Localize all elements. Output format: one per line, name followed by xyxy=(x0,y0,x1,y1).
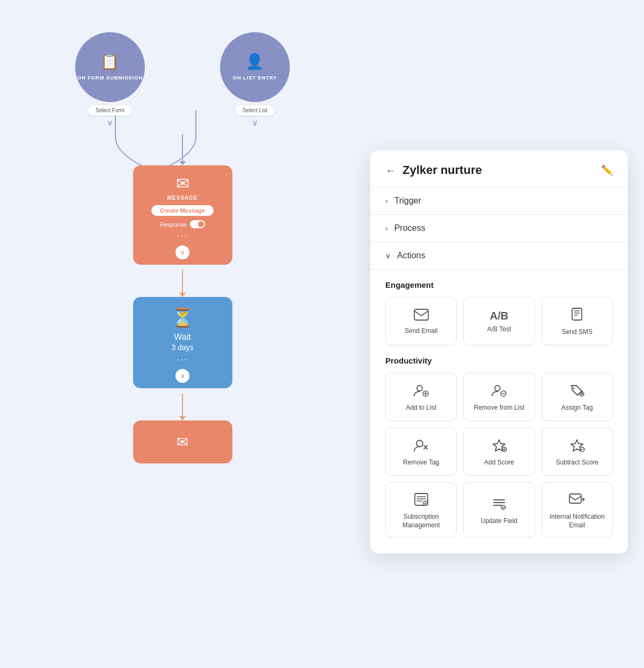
svg-point-5 xyxy=(417,386,422,391)
list-icon: 👤 xyxy=(245,53,265,70)
wait-days: 3 days xyxy=(171,343,193,352)
add-to-list-label: Add to List xyxy=(406,404,436,412)
down-arrow-list: ∨ xyxy=(252,118,258,128)
engagement-section: Engagement Send Email A/B A/B Test xyxy=(370,270,628,345)
trigger-chevron: › xyxy=(385,197,388,205)
send-sms-icon xyxy=(570,308,583,324)
assign-tag-label: Assign Tag xyxy=(561,404,592,412)
wait-dots: ··· xyxy=(177,355,187,365)
process-section[interactable]: › Process xyxy=(370,215,628,242)
trigger-label: Trigger xyxy=(394,196,421,206)
update-field-icon xyxy=(492,497,507,513)
trigger-row: 📋 ON FORM SUBMISSION Select Form ∨ 👤 ON … xyxy=(75,32,290,128)
add-score-label: Add Score xyxy=(484,459,514,467)
message-node[interactable]: ✉ MESSAGE Create Message Response ··· ∨ xyxy=(133,165,232,265)
flow-container: 📋 ON FORM SUBMISSION Select Form ∨ 👤 ON … xyxy=(32,32,333,463)
trigger-form-label: ON FORM SUBMISSION xyxy=(77,75,143,81)
svg-point-15 xyxy=(423,501,428,505)
side-panel: ← Zylker nurture ✏️ › Trigger › Process … xyxy=(370,150,628,554)
subscription-mgmt-icon xyxy=(414,492,429,509)
process-chevron: › xyxy=(385,224,388,233)
arrow-to-wait xyxy=(179,265,186,297)
svg-rect-3 xyxy=(414,309,428,320)
trigger-circle-list[interactable]: 👤 ON LIST ENTRY xyxy=(220,32,290,102)
svg-rect-17 xyxy=(569,494,581,503)
response-toggle[interactable] xyxy=(190,220,205,228)
send-sms-label: Send SMS xyxy=(562,328,592,337)
actions-header[interactable]: ∨ Actions xyxy=(385,251,613,260)
remove-from-list-icon xyxy=(491,383,507,400)
actions-label: Actions xyxy=(397,251,425,260)
add-to-list-btn[interactable]: Add to List xyxy=(385,373,457,421)
update-field-label: Update Field xyxy=(481,517,517,526)
add-score-btn[interactable]: Add Score xyxy=(463,427,535,476)
partial-icon: ✉ xyxy=(177,434,188,451)
engagement-title: Engagement xyxy=(385,280,613,289)
select-list-btn[interactable]: Select List xyxy=(235,105,275,115)
trigger-list-entry: 👤 ON LIST ENTRY Select List ∨ xyxy=(220,32,290,128)
internal-notification-label: Internal Notification Email xyxy=(547,513,607,529)
panel-title: Zylker nurture xyxy=(402,163,595,177)
create-message-btn[interactable]: Create Message xyxy=(151,205,214,216)
internal-notification-icon xyxy=(569,492,585,509)
ab-test-icon: A/B xyxy=(490,310,508,321)
partial-message-node[interactable]: ✉ xyxy=(133,420,232,463)
subtract-score-label: Subtract Score xyxy=(556,459,598,467)
remove-tag-label: Remove Tag xyxy=(403,459,439,467)
svg-point-9 xyxy=(573,388,575,389)
process-label: Process xyxy=(394,223,426,233)
send-email-btn[interactable]: Send Email xyxy=(385,297,457,345)
update-field-btn[interactable]: Update Field xyxy=(463,482,535,538)
send-email-icon xyxy=(414,309,429,323)
response-label: Response xyxy=(160,221,187,228)
productivity-title: Productivity xyxy=(370,356,628,365)
subscription-mgmt-label: Subscription Management xyxy=(391,513,451,529)
message-expand-btn[interactable]: ∨ xyxy=(175,245,189,259)
form-icon: 📋 xyxy=(100,53,120,70)
trigger-list-label: ON LIST ENTRY xyxy=(233,75,277,81)
send-sms-btn[interactable]: Send SMS xyxy=(541,297,613,345)
trigger-circle-form[interactable]: 📋 ON FORM SUBMISSION xyxy=(75,32,145,102)
actions-chevron: ∨ xyxy=(385,251,391,260)
subscription-mgmt-btn[interactable]: Subscription Management xyxy=(385,482,457,538)
ab-test-btn[interactable]: A/B A/B Test xyxy=(463,297,535,345)
remove-tag-icon xyxy=(413,438,429,454)
svg-point-16 xyxy=(501,505,506,510)
wait-icon: ⏳ xyxy=(171,307,194,328)
remove-from-list-label: Remove from List xyxy=(474,404,524,412)
trigger-section[interactable]: › Trigger xyxy=(370,187,628,215)
remove-tag-btn[interactable]: Remove Tag xyxy=(385,427,457,476)
add-to-list-icon xyxy=(413,383,429,400)
edit-icon[interactable]: ✏️ xyxy=(601,164,613,176)
message-icon: ✉ xyxy=(176,174,189,193)
engagement-grid: Send Email A/B A/B Test Send SMS xyxy=(385,297,613,345)
wait-label: Wait xyxy=(174,332,191,342)
message-label: MESSAGE xyxy=(167,195,197,201)
internal-notification-btn[interactable]: Internal Notification Email xyxy=(541,482,613,538)
message-response: Response xyxy=(160,220,205,228)
subtract-score-btn[interactable]: Subtract Score xyxy=(541,427,613,476)
add-score-icon xyxy=(491,438,507,454)
ab-test-label: A/B Test xyxy=(487,325,511,334)
svg-rect-4 xyxy=(572,308,582,320)
message-dots: ··· xyxy=(177,231,187,241)
select-form-btn[interactable]: Select Form xyxy=(88,105,132,115)
arrow-to-message xyxy=(179,128,186,165)
remove-from-list-btn[interactable]: Remove from List xyxy=(463,373,535,421)
assign-tag-btn[interactable]: Assign Tag xyxy=(541,373,613,421)
svg-point-11 xyxy=(416,440,423,447)
back-button[interactable]: ← xyxy=(385,164,396,177)
down-arrow-form: ∨ xyxy=(107,118,113,128)
wait-node[interactable]: ⏳ Wait 3 days ··· ∨ xyxy=(133,297,232,388)
assign-tag-icon xyxy=(569,383,585,400)
svg-point-7 xyxy=(495,386,500,391)
wait-expand-btn[interactable]: ∨ xyxy=(175,369,189,383)
arrow-to-partial xyxy=(179,388,186,420)
subtract-score-icon xyxy=(569,438,585,454)
trigger-form-submission: 📋 ON FORM SUBMISSION Select Form ∨ xyxy=(75,32,145,128)
actions-section: ∨ Actions xyxy=(370,242,628,270)
productivity-section: Productivity Add to List xyxy=(370,356,628,538)
panel-header: ← Zylker nurture ✏️ xyxy=(370,150,628,187)
productivity-grid: Add to List Remove from List xyxy=(370,373,628,538)
send-email-label: Send Email xyxy=(405,327,437,336)
